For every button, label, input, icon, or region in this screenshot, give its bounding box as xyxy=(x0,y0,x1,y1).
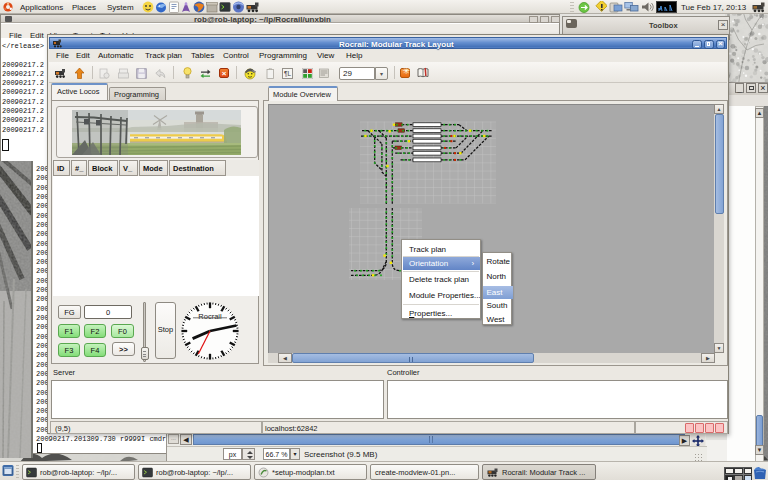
svg-text:Rocrail: Rocrail xyxy=(198,312,222,321)
